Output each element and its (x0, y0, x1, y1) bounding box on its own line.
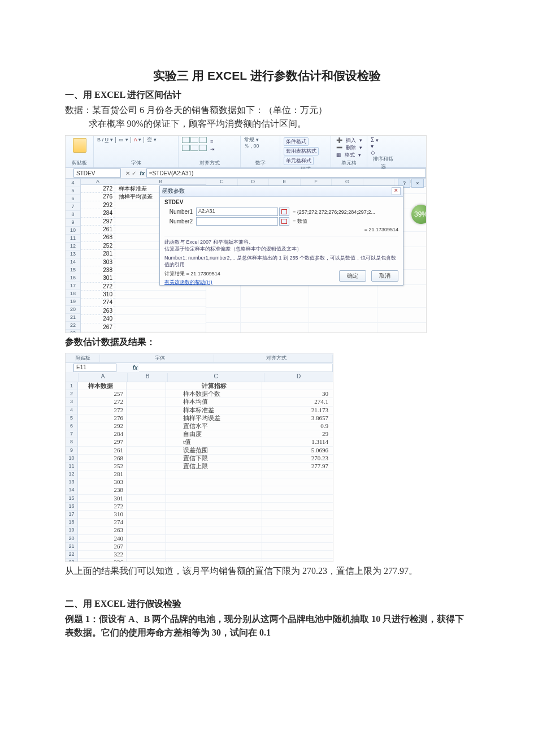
row-header[interactable]: 14 (66, 486, 78, 494)
row-header[interactable]: 3 (66, 398, 78, 406)
cell[interactable] (262, 535, 333, 543)
row-header[interactable]: 2 (66, 390, 78, 398)
row-header[interactable]: 22 (66, 551, 78, 559)
align-controls[interactable]: ≡ ⇥ (182, 137, 237, 152)
cell[interactable] (262, 543, 333, 551)
row-header[interactable]: 13 (66, 478, 78, 486)
cell[interactable]: 0.9 (262, 422, 333, 430)
cell[interactable] (166, 543, 262, 551)
cell[interactable]: 272 (78, 398, 127, 406)
cell[interactable] (166, 519, 262, 526)
cell[interactable]: 样本数据 (78, 382, 127, 390)
cell[interactable]: 284 (81, 209, 115, 217)
number2-ref-icon[interactable] (279, 217, 289, 226)
cell[interactable]: 263 (81, 307, 115, 315)
number-controls[interactable]: 常规 ▾％ , 00 (244, 137, 276, 149)
cell[interactable]: 1.3114 (262, 438, 333, 446)
cell[interactable]: 272 (81, 283, 115, 291)
row-header[interactable]: 18 (66, 519, 78, 526)
cell[interactable]: 303 (78, 478, 127, 486)
cell[interactable] (115, 323, 206, 331)
row-header[interactable]: 5 (66, 414, 78, 422)
cell[interactable] (166, 559, 262, 562)
cell[interactable]: 样本数据个数 (166, 390, 262, 398)
fx-icon-2[interactable]: fx (131, 365, 139, 371)
row-header[interactable]: 18 (66, 290, 80, 298)
cell[interactable] (166, 511, 262, 519)
cell[interactable]: 29 (262, 430, 333, 438)
cell[interactable]: 267 (78, 543, 127, 551)
cell[interactable]: 303 (81, 258, 115, 266)
paste-icon[interactable] (73, 138, 86, 153)
row-header[interactable]: 11 (66, 463, 78, 470)
formula-bar[interactable]: =STDEV(A2:A31) (146, 169, 426, 178)
formula-bar-2[interactable] (139, 364, 333, 372)
cell[interactable] (166, 495, 262, 503)
row-header[interactable]: 1 (66, 382, 78, 390)
cell[interactable] (115, 315, 206, 323)
cell[interactable]: 261 (81, 226, 115, 234)
cell[interactable]: 276 (81, 193, 115, 201)
row-header[interactable]: 10 (66, 227, 80, 235)
row-header[interactable]: 23 (66, 330, 80, 333)
cell[interactable] (262, 470, 333, 478)
cell[interactable]: 样本标准差 (166, 407, 262, 414)
row-header[interactable]: 11 (66, 235, 80, 243)
row-header[interactable]: 16 (66, 503, 78, 511)
row-header[interactable]: 19 (66, 298, 80, 306)
row-header[interactable]: 6 (66, 195, 80, 203)
cell[interactable]: 292 (81, 201, 115, 209)
row-header[interactable]: 12 (66, 470, 78, 478)
dialog-ok-button[interactable]: 确定 (339, 270, 366, 282)
cell[interactable]: 样本均值 (166, 398, 262, 406)
cell[interactable]: 297 (81, 218, 115, 226)
col-a-header[interactable]: A (81, 179, 115, 185)
row-header[interactable]: 20 (66, 306, 80, 314)
cell[interactable]: t值 (166, 438, 262, 446)
cell[interactable] (166, 478, 262, 486)
cell[interactable] (166, 526, 262, 534)
cell[interactable]: 322 (78, 551, 127, 559)
row-header[interactable]: 14 (66, 258, 80, 266)
row-header[interactable]: 13 (66, 250, 80, 258)
cell[interactable] (166, 470, 262, 478)
cell[interactable]: 238 (78, 486, 127, 494)
cell[interactable] (262, 503, 333, 511)
row-header[interactable]: 23 (66, 559, 78, 562)
row-header[interactable]: 17 (66, 511, 78, 519)
row-header[interactable]: 20 (66, 535, 78, 543)
cell[interactable]: 21.173 (262, 407, 333, 414)
cell[interactable] (262, 526, 333, 534)
cell[interactable]: 240 (81, 315, 115, 323)
cell[interactable]: 276 (78, 414, 127, 422)
row-header[interactable]: 16 (66, 274, 80, 282)
editing-controls[interactable]: Σ ▾ ▾ ◇ (371, 137, 396, 155)
cell[interactable]: 281 (81, 250, 115, 258)
cell[interactable]: 301 (78, 495, 127, 503)
cells-controls[interactable]: ➕插入 ▾ ➖删除 ▾ ▦格式 ▾ (335, 137, 363, 159)
cell[interactable]: 284 (78, 430, 127, 438)
cell[interactable]: 292 (78, 422, 127, 430)
cell[interactable]: 274.1 (262, 398, 333, 406)
cell[interactable]: 计算指标 (166, 382, 262, 390)
cell[interactable] (115, 307, 206, 315)
font-controls[interactable]: B I U ▾ │ ▭ ▾ │ A ▾ │ 变 ▾ (97, 137, 175, 143)
cell[interactable]: 268 (81, 234, 115, 241)
row-header[interactable]: 5 (66, 187, 80, 195)
cell[interactable]: 263 (78, 526, 127, 534)
row-header[interactable]: 15 (66, 266, 80, 274)
row-header[interactable]: 6 (66, 422, 78, 430)
row-header[interactable]: 10 (66, 455, 78, 463)
cell[interactable]: 252 (78, 463, 127, 470)
styles-controls[interactable]: 条件格式 套用表格格式 单元格样式 (284, 137, 327, 166)
cell[interactable]: 268 (78, 455, 127, 463)
row-header[interactable]: 12 (66, 243, 80, 250)
cell[interactable]: 274 (81, 299, 115, 306)
cell[interactable]: 238 (81, 266, 115, 274)
cell[interactable] (115, 291, 206, 299)
cell[interactable]: 置信水平 (166, 422, 262, 430)
row-header[interactable]: 4 (66, 179, 80, 187)
name-box-2[interactable]: E11 (73, 364, 116, 372)
row-header[interactable]: 7 (66, 203, 80, 211)
cell[interactable]: 277.97 (262, 463, 333, 470)
